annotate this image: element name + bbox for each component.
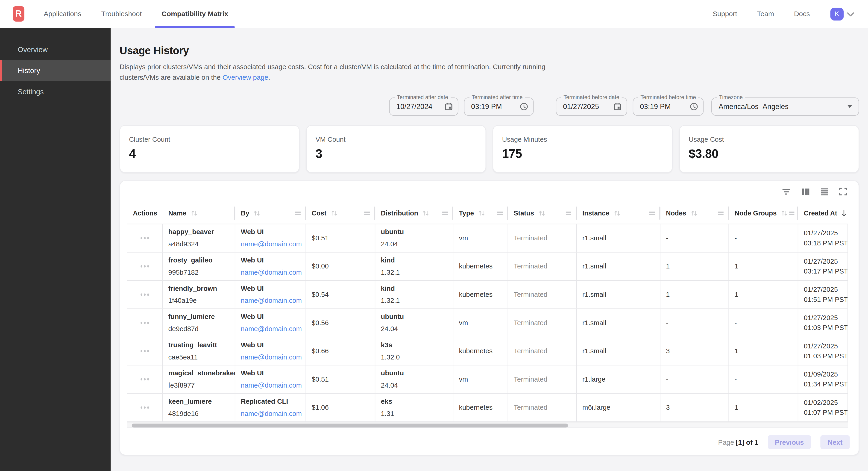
clock-icon[interactable]	[690, 102, 698, 111]
cell-created-at: 01/27/2025 01:51 PM PST	[798, 281, 848, 308]
overview-page-link[interactable]: Overview page	[222, 74, 268, 82]
sort-icon[interactable]	[330, 209, 338, 217]
distribution-version: 1.32.0	[381, 353, 453, 361]
column-menu-icon[interactable]	[788, 210, 795, 216]
nav-tab[interactable]: Applications	[43, 0, 82, 28]
status-badge: Terminated	[514, 375, 576, 383]
column-header[interactable]: Created At	[798, 202, 848, 224]
sidebar-item[interactable]: Overview	[0, 39, 111, 60]
row-actions-button[interactable]	[127, 281, 163, 308]
email-link[interactable]: name@domain.com	[241, 382, 306, 389]
column-menu-icon[interactable]	[294, 210, 301, 216]
row-actions-button[interactable]	[127, 253, 163, 280]
ellipsis-icon	[147, 322, 149, 324]
column-header[interactable]: By	[235, 202, 306, 224]
cell-type: kubernetes	[453, 394, 508, 421]
email-link[interactable]: name@domain.com	[241, 268, 306, 276]
row-actions-button[interactable]	[127, 224, 163, 252]
sidebar-item[interactable]: Settings	[0, 81, 111, 102]
terminated-after-time-field[interactable]: Terminated after time 03:19 PM	[464, 97, 534, 116]
table-row[interactable]: funny_lumiere de9ed87d Web UI name@domai…	[127, 309, 848, 337]
column-header[interactable]: Instance	[577, 202, 660, 224]
type-value: kubernetes	[459, 347, 507, 355]
column-menu-icon[interactable]	[364, 210, 370, 216]
nodes-value: -	[666, 234, 728, 242]
sort-icon[interactable]	[538, 209, 546, 217]
density-icon[interactable]	[820, 187, 829, 196]
sort-icon[interactable]	[690, 209, 698, 217]
cell-distribution: ubuntu 24.04	[375, 365, 453, 393]
cell-instance: r1.small	[577, 281, 660, 308]
column-header[interactable]: Nodes	[660, 202, 729, 224]
column-header[interactable]: Node Groups	[729, 202, 798, 224]
table-row[interactable]: keen_lumiere 4819de16 Replicated CLI nam…	[127, 394, 848, 422]
table-row[interactable]: happy_beaver a48d9324 Web UI name@domain…	[127, 224, 848, 253]
cell-cost: $1.06	[306, 394, 375, 421]
replicated-logo[interactable]: R	[13, 6, 24, 22]
email-link[interactable]: name@domain.com	[241, 240, 306, 248]
column-header[interactable]: Actions	[127, 202, 163, 224]
columns-icon[interactable]	[802, 187, 810, 196]
row-actions-button[interactable]	[127, 337, 163, 365]
row-actions-button[interactable]	[127, 394, 163, 421]
table-row[interactable]: friendly_brown 1f40a19e Web UI name@doma…	[127, 281, 848, 309]
email-link[interactable]: name@domain.com	[241, 353, 306, 361]
timezone-select[interactable]: Timezone America/Los_Angeles	[711, 97, 859, 116]
sort-icon[interactable]	[613, 209, 621, 217]
sort-icon[interactable]	[478, 209, 486, 217]
table-row[interactable]: trusting_leavitt cae5ea11 Web UI name@do…	[127, 337, 848, 365]
sort-icon[interactable]	[780, 209, 788, 217]
nav-tab-label: Applications	[44, 10, 81, 18]
column-menu-icon[interactable]	[442, 210, 448, 216]
sort-icon[interactable]	[422, 209, 430, 217]
row-actions-button[interactable]	[127, 365, 163, 393]
sidebar-item[interactable]: History	[0, 60, 111, 81]
created-time: 01:03 PM PST	[804, 352, 847, 360]
sort-desc-icon[interactable]	[840, 209, 847, 217]
nodes-value: 3	[666, 347, 728, 355]
chevron-down-icon[interactable]	[847, 12, 854, 17]
sort-icon[interactable]	[253, 209, 261, 217]
horizontal-scrollbar[interactable]	[127, 422, 848, 428]
email-link[interactable]: name@domain.com	[241, 325, 306, 333]
scrollbar-thumb[interactable]	[132, 423, 568, 428]
email-link[interactable]: name@domain.com	[241, 297, 306, 305]
filter-icon[interactable]	[782, 187, 791, 196]
cell-status: Terminated	[508, 224, 577, 252]
terminated-after-date-field[interactable]: Terminated after date 10/27/2024	[389, 97, 458, 116]
column-menu-icon[interactable]	[717, 210, 724, 216]
email-link[interactable]: name@domain.com	[241, 410, 306, 417]
column-header[interactable]: Distribution	[375, 202, 453, 224]
created-time: 03:18 PM PST	[804, 239, 847, 247]
nav-link[interactable]: Docs	[794, 10, 810, 18]
column-menu-icon[interactable]	[565, 210, 572, 216]
distribution-version: 24.04	[381, 240, 453, 248]
table-row[interactable]: magical_stonebraker fe3f8977 Web UI name…	[127, 365, 848, 394]
previous-page-button[interactable]: Previous	[768, 435, 811, 449]
nav-link[interactable]: Support	[713, 10, 737, 18]
calendar-icon[interactable]	[444, 102, 453, 111]
column-menu-icon[interactable]	[649, 210, 655, 216]
stat-value: 175	[502, 147, 663, 161]
calendar-icon[interactable]	[614, 102, 622, 111]
nav-link[interactable]: Team	[757, 10, 774, 18]
column-header[interactable]: Cost	[306, 202, 375, 224]
column-menu-icon[interactable]	[497, 210, 503, 216]
distribution-version: 24.04	[381, 382, 453, 389]
cell-node-groups: -	[729, 224, 798, 252]
column-header[interactable]: Name	[163, 202, 235, 224]
nav-tab[interactable]: Troubleshoot	[101, 0, 142, 28]
clock-icon[interactable]	[520, 102, 528, 111]
row-actions-button[interactable]	[127, 309, 163, 337]
user-avatar[interactable]: K	[831, 7, 844, 20]
fullscreen-icon[interactable]	[839, 188, 847, 196]
next-page-button[interactable]: Next	[820, 435, 850, 449]
table-row[interactable]: frosty_galileo 995b7182 Web UI name@doma…	[127, 253, 848, 281]
nav-tab[interactable]: Compatibility Matrix	[161, 0, 229, 28]
terminated-before-time-field[interactable]: Terminated before time 03:19 PM	[633, 97, 704, 116]
sort-icon[interactable]	[190, 209, 198, 217]
terminated-before-date-field[interactable]: Terminated before date 01/27/2025	[556, 97, 627, 116]
main-content: Usage History Displays prior clusters/VM…	[111, 28, 868, 471]
column-header[interactable]: Type	[453, 202, 508, 224]
column-header[interactable]: Status	[508, 202, 577, 224]
